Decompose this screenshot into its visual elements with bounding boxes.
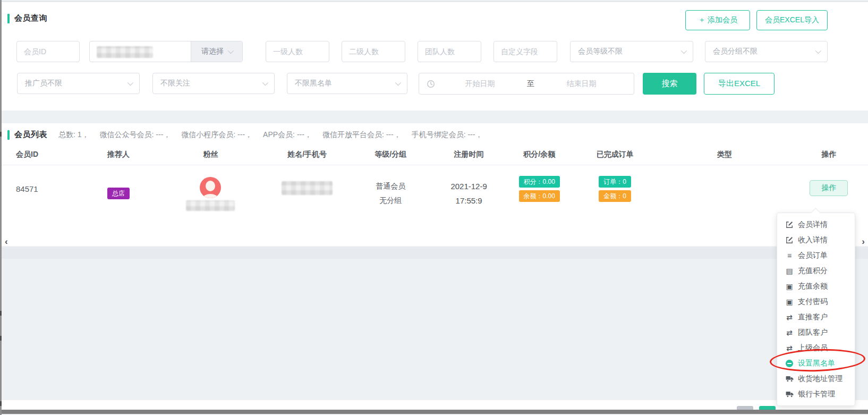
list-icon: ≡ bbox=[785, 251, 794, 260]
member-group-select[interactable]: 会员分组不限 bbox=[705, 41, 828, 62]
list-stats: 总数: 1， 微信公众号会员: ---， 微信小程序会员: ---， APP会员… bbox=[58, 130, 482, 140]
scroll-right-icon[interactable]: › bbox=[862, 236, 865, 248]
keyword-type-select[interactable]: 请选择 bbox=[191, 41, 242, 62]
cell-level: 普通会员 bbox=[376, 179, 405, 193]
edit-icon bbox=[785, 236, 794, 244]
custom-field-input[interactable] bbox=[493, 41, 557, 62]
action-dropdown-menu: 会员详情 收入详情 ≡ 会员订单 ▤ 充值积分 ▣ 充值余额 ▣ 支付密码 ⇄ … bbox=[777, 213, 855, 406]
referrer-badge: 总店 bbox=[107, 188, 130, 199]
level1-count-input[interactable] bbox=[266, 41, 329, 62]
row-action-button[interactable]: 操作 bbox=[810, 180, 848, 196]
chevron-down-icon bbox=[262, 80, 268, 86]
amount-badge: 金额：0 bbox=[599, 190, 631, 202]
chevron-down-icon bbox=[228, 48, 234, 54]
col-referrer: 推荐人 bbox=[79, 146, 158, 164]
cell-reg-date: 2021-12-9 bbox=[450, 179, 487, 193]
menu-item-recharge-balance[interactable]: ▣ 充值余额 bbox=[777, 278, 855, 294]
horizontal-scrollbar[interactable] bbox=[0, 410, 868, 414]
keyword-combo-input: 请选择 bbox=[89, 41, 243, 62]
coin-icon: ▣ bbox=[785, 282, 794, 291]
swap-arrows-icon: ⇄ bbox=[785, 344, 794, 352]
pagination-prev-button[interactable] bbox=[737, 406, 753, 410]
export-excel-button[interactable]: 导出EXCEL bbox=[704, 73, 775, 95]
pagination-page-button[interactable] bbox=[759, 406, 776, 410]
member-list-panel: 会员列表 总数: 1， 微信公众号会员: ---， 微信小程序会员: ---， … bbox=[2, 123, 868, 246]
chevron-down-icon bbox=[395, 80, 401, 86]
menu-item-income-detail[interactable]: 收入详情 bbox=[777, 232, 855, 248]
cell-member-id: 84571 bbox=[16, 165, 79, 193]
keyword-input[interactable] bbox=[90, 41, 191, 62]
col-fans: 粉丝 bbox=[158, 146, 262, 164]
stat-wechat-official: 微信公众号会员: ---， bbox=[100, 130, 171, 140]
top-border bbox=[0, 1, 868, 2]
table-header-row: 会员ID 推荐人 粉丝 姓名/手机号 等级/分组 注册时间 积分/余额 已完成订… bbox=[2, 146, 868, 164]
cell-reg-time: 17:55:9 bbox=[456, 193, 482, 208]
orders-badge: 订单：0 bbox=[599, 176, 631, 188]
col-level-group: 等级/分组 bbox=[352, 146, 430, 164]
member-id-input[interactable] bbox=[16, 41, 80, 62]
swap-arrows-icon: ⇄ bbox=[785, 313, 794, 321]
menu-item-payment-password[interactable]: ▣ 支付密码 bbox=[777, 294, 855, 309]
promoter-select[interactable]: 推广员不限 bbox=[17, 73, 140, 94]
follow-select[interactable]: 不限关注 bbox=[152, 73, 275, 94]
date-range-picker[interactable]: 开始日期 至 结束日期 bbox=[419, 73, 634, 95]
stat-phone-bound: 手机号绑定会员: ---， bbox=[412, 130, 483, 140]
menu-item-member-detail[interactable]: 会员详情 bbox=[777, 217, 855, 232]
col-name-phone: 姓名/手机号 bbox=[263, 146, 352, 164]
stat-app: APP会员: ---， bbox=[263, 130, 312, 140]
list-title: 会员列表 bbox=[14, 130, 47, 140]
cell-group: 无分组 bbox=[379, 193, 402, 208]
chevron-down-icon bbox=[815, 48, 821, 54]
col-type: 类型 bbox=[659, 146, 790, 164]
member-query-panel: 会员查询 ＋ 添加会员 会员EXCEL导入 请选择 会员等级不限 会员分组不限 … bbox=[2, 2, 868, 111]
redacted-name-phone bbox=[282, 181, 333, 195]
query-title: 会员查询 bbox=[14, 13, 47, 23]
menu-item-set-blacklist[interactable]: 设置黑名单 bbox=[777, 355, 855, 371]
card-icon: ▤ bbox=[785, 267, 794, 275]
start-date-placeholder[interactable]: 开始日期 bbox=[435, 79, 525, 89]
swap-arrows-icon: ⇄ bbox=[785, 328, 794, 337]
col-reg-time: 注册时间 bbox=[430, 146, 508, 164]
add-member-button[interactable]: ＋ 添加会员 bbox=[685, 10, 750, 30]
menu-item-team-customers[interactable]: ⇄ 团队客户 bbox=[777, 325, 855, 340]
blacklist-select[interactable]: 不限黑名单 bbox=[287, 73, 407, 94]
col-completed-orders: 已完成订单 bbox=[571, 146, 659, 164]
redacted-fan-name bbox=[186, 200, 235, 211]
truck-icon bbox=[785, 376, 794, 382]
stat-wechat-open: 微信开放平台会员: ---， bbox=[322, 130, 401, 140]
minus-circle-icon bbox=[785, 360, 794, 367]
avatar bbox=[200, 177, 221, 198]
scroll-band bbox=[2, 247, 868, 259]
date-separator: 至 bbox=[525, 79, 537, 89]
query-section-title: 会员查询 bbox=[7, 13, 47, 23]
col-member-id: 会员ID bbox=[16, 146, 79, 164]
col-actions: 操作 bbox=[790, 146, 868, 164]
menu-item-member-orders[interactable]: ≡ 会员订单 bbox=[777, 248, 855, 263]
menu-item-recharge-points[interactable]: ▤ 充值积分 bbox=[777, 263, 855, 278]
stat-wechat-mini: 微信小程序会员: ---， bbox=[181, 130, 252, 140]
team-count-input[interactable] bbox=[418, 41, 481, 62]
col-points-balance: 积分/余额 bbox=[508, 146, 571, 164]
chevron-down-icon bbox=[681, 48, 687, 54]
balance-badge: 余额：0.00 bbox=[519, 190, 560, 202]
menu-item-shipping-address[interactable]: 收货地址管理 bbox=[777, 371, 855, 386]
chevron-down-icon bbox=[127, 80, 133, 86]
points-badge: 积分：0.00 bbox=[519, 176, 560, 188]
member-level-select[interactable]: 会员等级不限 bbox=[570, 41, 693, 62]
end-date-placeholder[interactable]: 结束日期 bbox=[537, 79, 626, 89]
redacted-keyword-value bbox=[97, 46, 153, 58]
list-section-title: 会员列表 总数: 1， 微信公众号会员: ---， 微信小程序会员: ---， … bbox=[7, 130, 482, 140]
menu-item-bank-cards[interactable]: 银行卡管理 bbox=[777, 386, 855, 402]
edit-icon bbox=[785, 221, 794, 228]
coin-icon: ▣ bbox=[785, 298, 794, 306]
level2-count-input[interactable] bbox=[342, 41, 405, 62]
search-button[interactable]: 搜索 bbox=[643, 73, 696, 95]
title-accent-bar bbox=[7, 14, 10, 23]
menu-item-upline-member[interactable]: ⇄ 上级会员 bbox=[777, 340, 855, 355]
plus-icon: ＋ bbox=[698, 15, 705, 25]
title-accent-bar bbox=[7, 130, 10, 140]
scroll-left-icon[interactable]: ‹ bbox=[5, 236, 8, 248]
excel-import-button[interactable]: 会员EXCEL导入 bbox=[756, 10, 828, 30]
menu-item-direct-customers[interactable]: ⇄ 直推客户 bbox=[777, 309, 855, 325]
stat-total: 总数: 1， bbox=[58, 130, 89, 140]
